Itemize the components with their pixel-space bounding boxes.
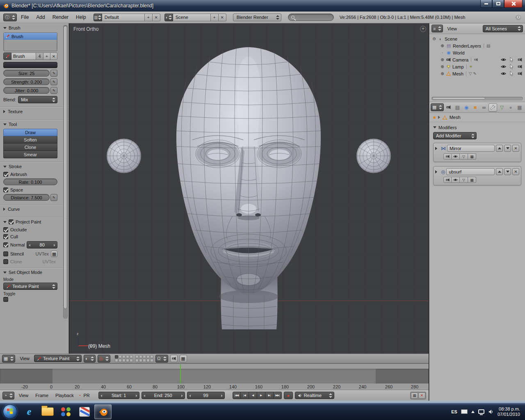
tree-row-renderlayers[interactable]: ⊕ ▤ RenderLayers ▤ [432, 42, 525, 49]
brush-preview-selected[interactable]: Brush [4, 33, 57, 40]
tab-material[interactable]: ● [507, 103, 515, 112]
screen-layout-add-button[interactable]: + [145, 14, 153, 21]
modifier-expand-icon[interactable] [435, 147, 437, 150]
prev-keyframe-button[interactable]: |◀ [241, 392, 249, 399]
render-result-icon[interactable]: ▤ [486, 43, 490, 48]
screen-layout-delete-button[interactable]: ✕ [153, 14, 160, 21]
expand-icon[interactable]: ⊕ [440, 64, 445, 69]
taskbar-clock[interactable]: 08:38 p.m. 07/01/2010 [498, 406, 520, 417]
jump-to-start-button[interactable]: |◀◀ [233, 392, 241, 399]
maximize-button[interactable] [492, 0, 504, 8]
brush-color-swatch[interactable] [3, 62, 57, 68]
taskbar-app-button[interactable] [57, 404, 75, 419]
brush-strength-slider[interactable]: Strength: 0.200 [3, 78, 50, 85]
editor-type-button-3dview[interactable]: ▦ [2, 355, 15, 363]
modifier-render-toggle[interactable] [443, 177, 452, 183]
av-sync-select[interactable]: Realtime [295, 392, 334, 399]
size-pressure-toggle[interactable]: ✎ [50, 70, 57, 77]
brush-add-button[interactable]: + [43, 52, 50, 60]
selectability-cursor-icon[interactable] [509, 57, 514, 62]
viewport-menu-view[interactable]: View [17, 356, 32, 361]
project-paint-checkbox[interactable] [9, 219, 14, 224]
expand-icon[interactable]: ⊕ [440, 71, 445, 76]
scene-add-button[interactable]: + [211, 14, 219, 21]
play-reverse-button[interactable]: ◀ [249, 392, 257, 399]
renderability-camera-icon[interactable] [517, 57, 523, 62]
brush-jitter-slider[interactable]: Jitter: 0.000 [3, 87, 50, 94]
menu-render[interactable]: Render [49, 12, 72, 23]
screen-icon-button[interactable]: ▦ [411, 393, 418, 399]
renderability-camera-icon[interactable] [517, 71, 523, 76]
interaction-mode-select[interactable]: Texture Paint [34, 355, 82, 362]
modifier-delete-button[interactable]: ✕ [512, 145, 519, 152]
3d-viewport[interactable]: Front Ortho (99) Mesh + x z [69, 23, 429, 354]
tree-row-world[interactable]: · ◉ World [432, 49, 525, 56]
scrollbar-thumb[interactable] [432, 97, 485, 100]
jump-to-end-button[interactable]: ▶▶| [274, 392, 282, 399]
outliner-menu-view[interactable]: View [445, 26, 459, 31]
expand-icon[interactable]: ⊕ [440, 57, 445, 62]
play-button[interactable]: ▶ [257, 392, 265, 399]
current-frame-cursor[interactable] [180, 365, 181, 383]
expand-icon[interactable]: ⊕ [440, 43, 445, 48]
screen-layout-value[interactable]: Default [102, 14, 145, 21]
clone-checkbox[interactable] [3, 259, 8, 264]
brush-icon-button[interactable] [3, 52, 11, 60]
show-hidden-icons-button[interactable] [471, 411, 475, 413]
visibility-eye-icon[interactable] [501, 64, 506, 69]
rate-slider[interactable]: Rate: 0.100 [3, 178, 57, 185]
window-titlebar[interactable]: Blender* [C:\Users\Afkael\Pictures\Blend… [0, 0, 525, 11]
tool-draw-button[interactable]: Draw [3, 129, 57, 136]
minimize-button[interactable] [480, 0, 492, 8]
tree-row-mesh[interactable]: ⊕ Mesh ▽ ✎ [432, 70, 525, 77]
screen-close-button[interactable]: ✕ [418, 393, 425, 399]
normal-checkbox[interactable] [3, 242, 8, 247]
scene-icon[interactable]: ◐ [164, 14, 173, 21]
modifier-realtime-toggle[interactable] [452, 177, 460, 183]
region-expand-icon[interactable]: + [420, 26, 426, 32]
tool-soften-button[interactable]: Soften [3, 136, 57, 144]
scene-value[interactable]: Scene [173, 14, 211, 21]
distance-slider[interactable]: Distance: 7.500 [3, 194, 50, 201]
panel-texture-header[interactable]: Texture [3, 108, 66, 115]
layer-cell-active[interactable] [115, 355, 118, 358]
taskbar-paint-button[interactable] [76, 404, 93, 419]
tool-smear-button[interactable]: Smear [3, 151, 57, 158]
tab-constraints[interactable]: ∞ [480, 103, 488, 112]
mode-select[interactable]: Texture Paint [3, 283, 57, 290]
modifier-render-toggle[interactable] [443, 153, 452, 160]
tree-row-lamp[interactable]: ⊕ Lamp ☀ [432, 63, 525, 70]
head-mesh[interactable] [69, 23, 429, 354]
snap-toggle[interactable]: Ω [155, 355, 168, 363]
pivot-point-select[interactable]: ◎ [98, 355, 111, 363]
editor-type-button-properties[interactable]: ▦ [431, 103, 444, 111]
blend-mode-select[interactable]: Mix [18, 96, 57, 103]
modifiers-panel-header[interactable]: Modifiers [429, 123, 525, 131]
timeline-menu-view[interactable]: View [16, 393, 31, 398]
outliner-h-scrollbar[interactable] [431, 97, 523, 100]
next-keyframe-button[interactable]: ▶| [265, 392, 274, 399]
panel-project-paint-header[interactable]: Project Paint [3, 219, 66, 225]
occlude-checkbox[interactable] [3, 227, 8, 232]
collapse-icon[interactable]: ⊖ [432, 37, 436, 41]
taskbar-blender-button[interactable] [94, 404, 112, 419]
brush-size-slider[interactable]: Size: 25 [3, 70, 50, 77]
space-checkbox[interactable] [3, 187, 8, 192]
tree-row-camera[interactable]: ⊕ Camera [432, 56, 525, 63]
record-button[interactable]: ● [284, 392, 293, 399]
brush-preview-list[interactable]: Brush [3, 32, 57, 51]
selectability-cursor-icon[interactable] [509, 64, 514, 69]
tab-object-data[interactable]: ▽ [498, 103, 506, 112]
menu-add[interactable]: Add [33, 12, 48, 23]
modifier-move-up-button[interactable] [496, 145, 503, 152]
preview-range-clock-icon[interactable]: ◔ [78, 393, 81, 398]
tab-world[interactable]: ◉ [462, 103, 471, 112]
modifier-name-field[interactable]: Mirror [447, 145, 495, 152]
editor-type-button-timeline[interactable]: ◔ [2, 392, 14, 399]
frame-start-field[interactable]: Start: 1 [98, 392, 139, 399]
panel-tool-header[interactable]: Tool [3, 121, 66, 128]
selectability-cursor-icon[interactable] [509, 71, 514, 76]
volume-icon[interactable] [488, 409, 494, 415]
network-monitor-icon[interactable] [478, 409, 484, 414]
visibility-eye-icon[interactable] [501, 57, 506, 62]
